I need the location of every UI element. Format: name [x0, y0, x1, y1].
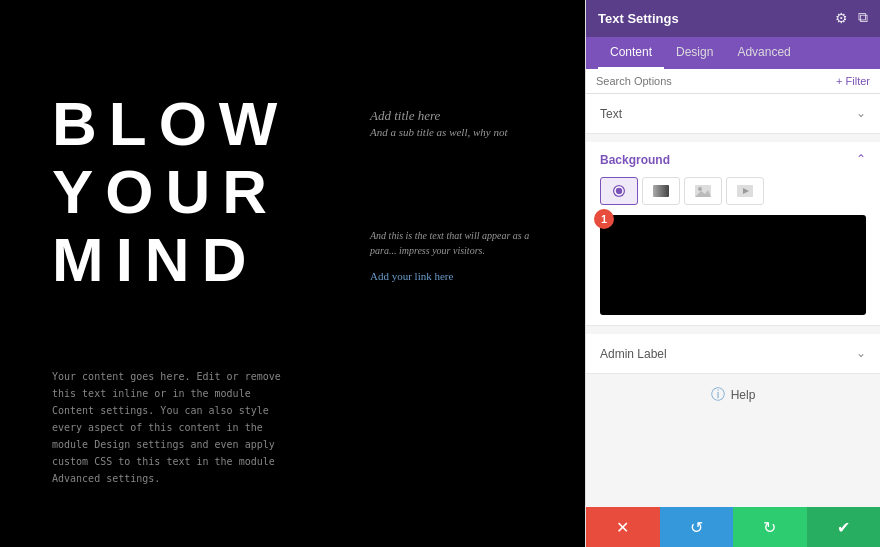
gap-2 — [586, 326, 880, 334]
tab-design[interactable]: Design — [664, 37, 725, 69]
bg-type-image[interactable] — [684, 177, 722, 205]
settings-panel: Text Settings ⚙ ⧉ Content Design Advance… — [585, 0, 880, 547]
text-section-label: Text — [600, 107, 622, 121]
content-block: Add title here And a sub title as well, … — [370, 108, 540, 282]
svg-rect-2 — [653, 185, 669, 197]
tab-content[interactable]: Content — [598, 37, 664, 69]
text-section-row[interactable]: Text ⌄ — [586, 94, 880, 134]
search-input[interactable] — [596, 75, 830, 87]
background-section: Background ⌃ 1 — [586, 142, 880, 326]
background-badge: 1 — [594, 209, 614, 229]
cancel-button[interactable]: ✕ — [586, 507, 660, 547]
panel-title: Text Settings — [598, 11, 679, 26]
reset-button[interactable]: ↺ — [660, 507, 734, 547]
add-subtitle: And a sub title as well, why not — [370, 126, 540, 138]
bottom-content-text: Your content goes here. Edit or remove t… — [52, 368, 312, 487]
panel-header-icons: ⚙ ⧉ — [835, 10, 868, 27]
svg-point-4 — [698, 187, 702, 191]
canvas-area: BLOWYOURMIND Add title here And a sub ti… — [0, 0, 585, 547]
save-button[interactable]: ✔ — [807, 507, 881, 547]
bg-type-gradient[interactable] — [642, 177, 680, 205]
bg-type-color[interactable] — [600, 177, 638, 205]
admin-label-chevron: ⌄ — [856, 346, 866, 361]
help-label: Help — [731, 388, 756, 402]
canvas-link[interactable]: Add your link here — [370, 270, 540, 282]
add-title: Add title here — [370, 108, 540, 124]
tab-advanced[interactable]: Advanced — [725, 37, 802, 69]
paragraph-text: And this is the text that will appear as… — [370, 228, 540, 258]
panel-content: Text ⌄ Background ⌃ — [586, 94, 880, 507]
panel-tabs: Content Design Advanced — [586, 37, 880, 69]
background-section-header: Background ⌃ — [600, 152, 866, 167]
filter-button[interactable]: + Filter — [836, 75, 870, 87]
admin-label-section[interactable]: Admin Label ⌄ — [586, 334, 880, 374]
hero-text: BLOWYOURMIND — [52, 90, 289, 295]
text-section-chevron: ⌄ — [856, 106, 866, 121]
panel-header: Text Settings ⚙ ⧉ — [586, 0, 880, 37]
expand-icon[interactable]: ⧉ — [858, 10, 868, 27]
background-preview[interactable]: 1 — [600, 215, 866, 315]
background-chevron[interactable]: ⌃ — [856, 152, 866, 167]
admin-label-text: Admin Label — [600, 347, 667, 361]
background-label: Background — [600, 153, 670, 167]
settings-icon[interactable]: ⚙ — [835, 10, 848, 27]
redo-button[interactable]: ↻ — [733, 507, 807, 547]
panel-footer: ✕ ↺ ↻ ✔ — [586, 507, 880, 547]
gap-1 — [586, 134, 880, 142]
bg-type-icons — [600, 177, 866, 205]
help-icon: ⓘ — [711, 386, 725, 404]
search-bar: + Filter — [586, 69, 880, 94]
bg-type-video[interactable] — [726, 177, 764, 205]
help-row[interactable]: ⓘ Help — [586, 374, 880, 416]
